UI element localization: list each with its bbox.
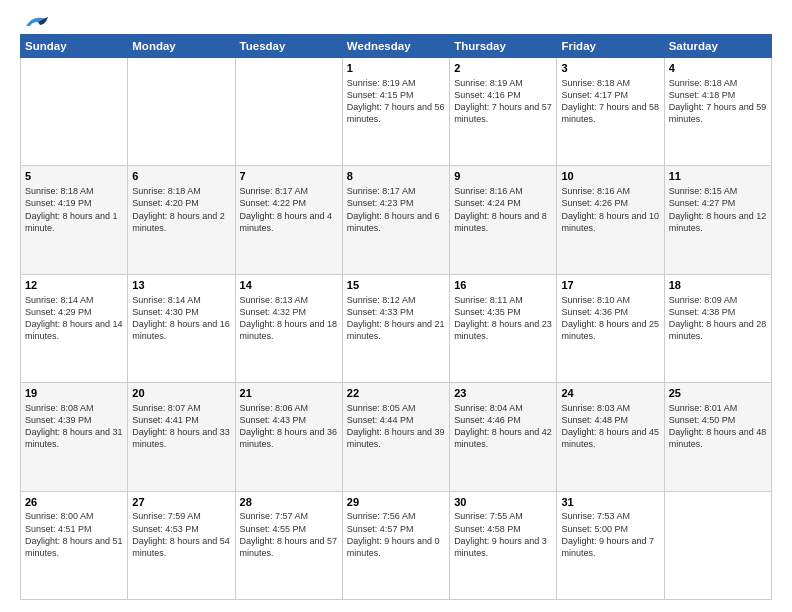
day-number: 25 (669, 386, 767, 401)
day-number: 5 (25, 169, 123, 184)
calendar-cell: 15Sunrise: 8:12 AMSunset: 4:33 PMDayligh… (342, 274, 449, 382)
day-number: 26 (25, 495, 123, 510)
calendar-cell: 5Sunrise: 8:18 AMSunset: 4:19 PMDaylight… (21, 166, 128, 274)
weekday-header-sunday: Sunday (21, 35, 128, 58)
calendar-cell: 29Sunrise: 7:56 AMSunset: 4:57 PMDayligh… (342, 491, 449, 599)
calendar-cell: 2Sunrise: 8:19 AMSunset: 4:16 PMDaylight… (450, 58, 557, 166)
day-number: 10 (561, 169, 659, 184)
calendar-cell: 3Sunrise: 8:18 AMSunset: 4:17 PMDaylight… (557, 58, 664, 166)
weekday-header-row: SundayMondayTuesdayWednesdayThursdayFrid… (21, 35, 772, 58)
calendar-cell: 13Sunrise: 8:14 AMSunset: 4:30 PMDayligh… (128, 274, 235, 382)
day-number: 31 (561, 495, 659, 510)
calendar-cell: 30Sunrise: 7:55 AMSunset: 4:58 PMDayligh… (450, 491, 557, 599)
logo-bird-icon (22, 12, 50, 32)
logo (20, 16, 50, 26)
day-number: 12 (25, 278, 123, 293)
calendar-cell: 16Sunrise: 8:11 AMSunset: 4:35 PMDayligh… (450, 274, 557, 382)
day-number: 21 (240, 386, 338, 401)
day-number: 29 (347, 495, 445, 510)
calendar-cell (128, 58, 235, 166)
day-number: 28 (240, 495, 338, 510)
day-number: 2 (454, 61, 552, 76)
calendar-cell: 1Sunrise: 8:19 AMSunset: 4:15 PMDaylight… (342, 58, 449, 166)
calendar-cell: 26Sunrise: 8:00 AMSunset: 4:51 PMDayligh… (21, 491, 128, 599)
day-number: 15 (347, 278, 445, 293)
day-number: 3 (561, 61, 659, 76)
calendar-cell: 8Sunrise: 8:17 AMSunset: 4:23 PMDaylight… (342, 166, 449, 274)
day-number: 22 (347, 386, 445, 401)
weekday-header-monday: Monday (128, 35, 235, 58)
calendar-cell: 7Sunrise: 8:17 AMSunset: 4:22 PMDaylight… (235, 166, 342, 274)
calendar-cell: 4Sunrise: 8:18 AMSunset: 4:18 PMDaylight… (664, 58, 771, 166)
day-number: 6 (132, 169, 230, 184)
day-number: 24 (561, 386, 659, 401)
calendar-cell (21, 58, 128, 166)
day-number: 7 (240, 169, 338, 184)
calendar-cell (664, 491, 771, 599)
calendar-cell: 9Sunrise: 8:16 AMSunset: 4:24 PMDaylight… (450, 166, 557, 274)
weekday-header-saturday: Saturday (664, 35, 771, 58)
calendar-cell: 17Sunrise: 8:10 AMSunset: 4:36 PMDayligh… (557, 274, 664, 382)
calendar-cell: 28Sunrise: 7:57 AMSunset: 4:55 PMDayligh… (235, 491, 342, 599)
week-row-1: 1Sunrise: 8:19 AMSunset: 4:15 PMDaylight… (21, 58, 772, 166)
day-number: 9 (454, 169, 552, 184)
calendar-cell: 6Sunrise: 8:18 AMSunset: 4:20 PMDaylight… (128, 166, 235, 274)
day-number: 1 (347, 61, 445, 76)
calendar-cell: 23Sunrise: 8:04 AMSunset: 4:46 PMDayligh… (450, 383, 557, 491)
week-row-2: 5Sunrise: 8:18 AMSunset: 4:19 PMDaylight… (21, 166, 772, 274)
day-number: 14 (240, 278, 338, 293)
calendar-cell: 31Sunrise: 7:53 AMSunset: 5:00 PMDayligh… (557, 491, 664, 599)
day-number: 20 (132, 386, 230, 401)
day-number: 27 (132, 495, 230, 510)
weekday-header-thursday: Thursday (450, 35, 557, 58)
week-row-3: 12Sunrise: 8:14 AMSunset: 4:29 PMDayligh… (21, 274, 772, 382)
day-number: 18 (669, 278, 767, 293)
calendar-cell: 10Sunrise: 8:16 AMSunset: 4:26 PMDayligh… (557, 166, 664, 274)
day-number: 11 (669, 169, 767, 184)
week-row-5: 26Sunrise: 8:00 AMSunset: 4:51 PMDayligh… (21, 491, 772, 599)
day-number: 4 (669, 61, 767, 76)
calendar-table: SundayMondayTuesdayWednesdayThursdayFrid… (20, 34, 772, 600)
day-number: 8 (347, 169, 445, 184)
calendar-cell: 27Sunrise: 7:59 AMSunset: 4:53 PMDayligh… (128, 491, 235, 599)
calendar-cell: 20Sunrise: 8:07 AMSunset: 4:41 PMDayligh… (128, 383, 235, 491)
day-number: 23 (454, 386, 552, 401)
week-row-4: 19Sunrise: 8:08 AMSunset: 4:39 PMDayligh… (21, 383, 772, 491)
page: SundayMondayTuesdayWednesdayThursdayFrid… (0, 0, 792, 612)
calendar-cell: 11Sunrise: 8:15 AMSunset: 4:27 PMDayligh… (664, 166, 771, 274)
day-number: 30 (454, 495, 552, 510)
calendar-cell: 25Sunrise: 8:01 AMSunset: 4:50 PMDayligh… (664, 383, 771, 491)
calendar-cell: 22Sunrise: 8:05 AMSunset: 4:44 PMDayligh… (342, 383, 449, 491)
weekday-header-wednesday: Wednesday (342, 35, 449, 58)
calendar-cell: 12Sunrise: 8:14 AMSunset: 4:29 PMDayligh… (21, 274, 128, 382)
calendar-cell: 21Sunrise: 8:06 AMSunset: 4:43 PMDayligh… (235, 383, 342, 491)
calendar-cell: 19Sunrise: 8:08 AMSunset: 4:39 PMDayligh… (21, 383, 128, 491)
weekday-header-friday: Friday (557, 35, 664, 58)
header (20, 16, 772, 26)
calendar-cell: 14Sunrise: 8:13 AMSunset: 4:32 PMDayligh… (235, 274, 342, 382)
calendar-cell: 18Sunrise: 8:09 AMSunset: 4:38 PMDayligh… (664, 274, 771, 382)
day-number: 16 (454, 278, 552, 293)
weekday-header-tuesday: Tuesday (235, 35, 342, 58)
day-number: 13 (132, 278, 230, 293)
calendar-cell (235, 58, 342, 166)
calendar-cell: 24Sunrise: 8:03 AMSunset: 4:48 PMDayligh… (557, 383, 664, 491)
day-number: 17 (561, 278, 659, 293)
day-number: 19 (25, 386, 123, 401)
